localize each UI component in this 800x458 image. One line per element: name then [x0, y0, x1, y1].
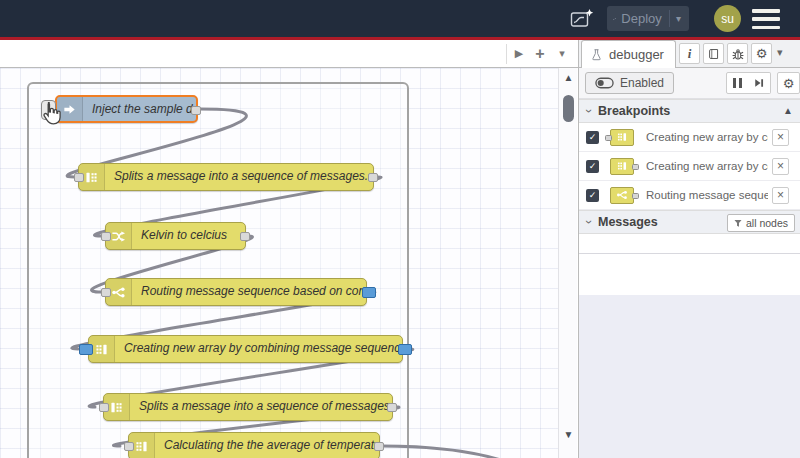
breakpoint-checkbox[interactable]: ✓	[586, 160, 599, 173]
hamburger-icon	[752, 9, 780, 13]
deploy-options-caret-icon[interactable]: ▾	[674, 13, 683, 24]
message-filter-button[interactable]: all nodes	[727, 214, 795, 232]
pause-icon	[733, 78, 742, 88]
input-port[interactable]	[101, 232, 111, 241]
help-tab-button[interactable]	[703, 43, 724, 64]
node-split[interactable]: Splits a message into a sequence of mess…	[78, 163, 374, 191]
debugger-enabled-toggle[interactable]: Enabled	[585, 72, 674, 94]
ai-assistant-button[interactable]	[566, 5, 598, 32]
breakpoints-title: Breakpoints	[598, 104, 670, 118]
book-icon	[707, 47, 720, 61]
messages-title: Messages	[598, 215, 658, 229]
breakpoint-row[interactable]: ✓ Creating new array by combining messag…	[579, 152, 800, 181]
flow-list-caret-icon[interactable]: ▾	[553, 40, 571, 67]
debugger-settings-button[interactable]: ⚙	[777, 72, 800, 94]
input-port-breakpoint[interactable]	[79, 344, 93, 355]
breakpoint-label: Routing message sequence based on condit…	[646, 189, 768, 201]
switch-node-icon	[610, 187, 634, 204]
output-port[interactable]	[191, 106, 201, 115]
output-port[interactable]	[240, 232, 250, 241]
output-port-icon	[632, 193, 639, 199]
tab-debugger[interactable]: debugger	[581, 40, 676, 68]
breakpoint-label: Creating new array by combining message …	[646, 131, 768, 143]
tabbar-separator	[506, 44, 507, 64]
scroll-to-top-icon[interactable]: ▲	[783, 105, 793, 116]
settings-tab-button[interactable]: ⚙	[751, 43, 772, 64]
sidebar-tab-bar: debugger i ⚙ ▾	[579, 40, 800, 68]
node-red-app: Deploy ▾ su ▶ + ▾	[0, 0, 800, 458]
output-port-breakpoint[interactable]	[362, 287, 376, 298]
toggle-icon	[595, 77, 614, 89]
input-port[interactable]	[74, 173, 84, 182]
node-switch[interactable]: Routing message sequence based on condit…	[105, 278, 367, 306]
user-avatar[interactable]: su	[714, 5, 741, 32]
output-port-breakpoint[interactable]	[398, 344, 412, 355]
deploy-label: Deploy	[621, 11, 661, 26]
scrollbar-thumb[interactable]	[563, 95, 574, 122]
hand-cursor-icon	[38, 100, 62, 126]
breakpoint-checkbox[interactable]: ✓	[586, 131, 599, 144]
debug-tab-button[interactable]	[727, 43, 748, 64]
node-label: Routing message sequence based on condit…	[132, 279, 366, 305]
funnel-icon	[734, 219, 742, 228]
node-change[interactable]: Kelvin to celcius	[105, 222, 246, 250]
node-join[interactable]: Creating new array by combining message …	[88, 335, 403, 363]
canvas-scrollbar[interactable]: ▲ ▼	[558, 68, 577, 458]
remove-breakpoint-button[interactable]: ×	[772, 129, 789, 146]
filter-label: all nodes	[746, 217, 788, 229]
node-label: Kelvin to celcius	[132, 223, 245, 249]
node-join[interactable]: Calculating the the average of temperatu…	[128, 432, 380, 458]
remove-breakpoint-button[interactable]: ×	[772, 187, 789, 204]
output-port[interactable]	[368, 173, 378, 182]
info-icon: i	[688, 46, 692, 62]
input-port-icon	[605, 135, 612, 141]
gear-icon: ⚙	[756, 46, 768, 61]
flask-icon	[590, 48, 603, 62]
info-tab-button[interactable]: i	[679, 43, 700, 64]
scroll-down-icon[interactable]: ▼	[559, 429, 578, 440]
tab-debugger-label: debugger	[609, 47, 664, 62]
breakpoint-checkbox[interactable]: ✓	[586, 189, 599, 202]
enabled-label: Enabled	[620, 76, 664, 90]
breakpoints-section-header[interactable]: › Breakpoints ▲	[579, 99, 800, 123]
node-split[interactable]: Splits a message into a sequence of mess…	[103, 393, 393, 421]
output-port[interactable]	[387, 403, 397, 412]
hamburger-icon	[752, 17, 780, 21]
node-label: Splits a message into a sequence of mess…	[105, 164, 373, 190]
output-port[interactable]	[374, 442, 384, 451]
input-port[interactable]	[101, 288, 111, 297]
join-node-icon	[610, 129, 634, 146]
wire	[382, 446, 558, 458]
main-menu-button[interactable]	[752, 9, 780, 29]
sidebar-panel: debugger i ⚙ ▾	[578, 40, 800, 458]
bug-icon	[731, 47, 745, 61]
remove-breakpoint-button[interactable]: ×	[772, 158, 789, 175]
tab-scroll-right-icon[interactable]: ▶	[510, 40, 528, 67]
input-port[interactable]	[124, 442, 134, 451]
output-port-icon	[632, 164, 639, 170]
scroll-up-icon[interactable]: ▲	[559, 72, 578, 83]
gear-icon: ⚙	[783, 76, 795, 91]
join-node-icon	[610, 158, 634, 175]
workspace-tab-bar: ▶ + ▾	[0, 40, 578, 68]
chevron-down-icon: ›	[582, 109, 596, 113]
sidebar-background	[579, 295, 800, 458]
breakpoint-label: Creating new array by combining message …	[646, 160, 768, 172]
messages-section-header[interactable]: › Messages all nodes	[579, 210, 800, 234]
flow-canvas[interactable]: Inject the sample data Splits a message …	[0, 68, 558, 458]
breakpoint-row[interactable]: ✓ Routing message sequence based on cond…	[579, 181, 800, 210]
node-inject[interactable]: Inject the sample data	[55, 95, 198, 123]
node-label: Calculating the the average of temperatu…	[155, 433, 379, 458]
add-flow-icon[interactable]: +	[531, 40, 549, 67]
hamburger-icon	[752, 26, 780, 30]
pause-button[interactable]	[726, 72, 749, 94]
node-label: Splits a message into a sequence of mess…	[130, 394, 392, 420]
deploy-button[interactable]: Deploy ▾	[607, 6, 689, 31]
input-port[interactable]	[99, 403, 109, 412]
step-button[interactable]	[748, 72, 771, 94]
messages-empty-area	[579, 234, 800, 254]
breakpoint-row[interactable]: ✓ Creating new array by combining messag…	[579, 123, 800, 152]
sidebar-options-caret-icon[interactable]: ▾	[777, 46, 783, 59]
node-label: Inject the sample data	[83, 97, 196, 121]
flow-sparkle-icon	[570, 8, 594, 30]
